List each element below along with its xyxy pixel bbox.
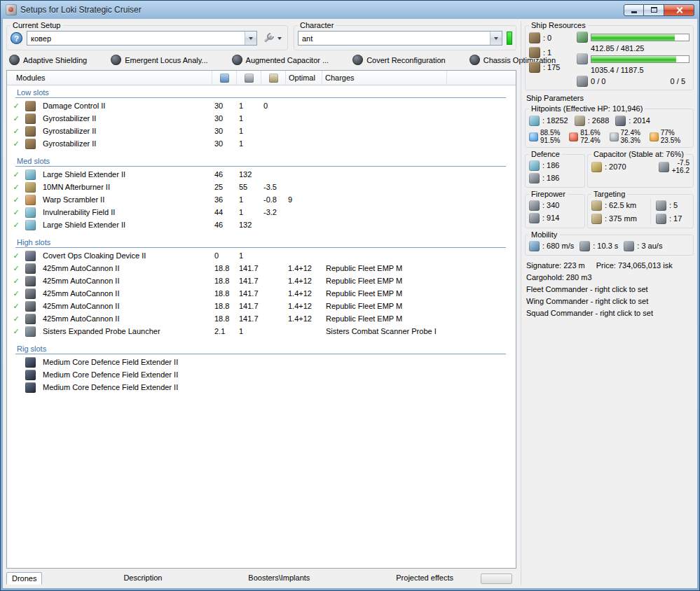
module-row[interactable]: ✓ Large Shield Extender II 46 132 (7, 168, 516, 181)
module-cpu: 46 (212, 221, 236, 229)
shield-hp-value: : 18252 (542, 116, 568, 125)
current-setup-label: Current Setup (11, 21, 62, 29)
damage-type-icon (569, 132, 578, 141)
signature-value: Signature: 223 m (526, 260, 585, 272)
firepower-group: Firepower : 340 : 914 (525, 190, 585, 228)
section-header: Rig slots (15, 344, 506, 354)
subsystem-label: Augmented Capacitor ... (246, 56, 329, 64)
fitted-check-icon: ✓ (7, 127, 25, 136)
module-row[interactable]: ✓ 425mm AutoCannon II 18.8 141.7 1.4+12 … (7, 312, 516, 325)
bottom-tab-label: Description (123, 573, 162, 582)
tools-chevron-down-icon[interactable] (277, 37, 282, 42)
warp-speed: : 3 au/s (624, 239, 662, 252)
module-row[interactable]: ✓ Warp Scrambler II 36 1 -0.8 9 (7, 193, 516, 206)
turret-hardpoints-value: : 0 (543, 34, 551, 42)
capacitor-icon (269, 74, 278, 83)
squad-commander[interactable]: Squad Commander - right click to set (526, 307, 694, 319)
module-optimal: 9 (285, 195, 322, 204)
targeting-group: Targeting : 62.5 km : 5 : 375 mm : 17 (587, 190, 694, 228)
module-row[interactable]: ✓ 425mm AutoCannon II 18.8 141.7 1.4+12 … (7, 274, 516, 287)
capacitor-group: Capacitor (Stable at: 76%) : 2070 -7.5+1… (587, 150, 694, 188)
module-powergrid: 141.7 (236, 264, 261, 272)
module-icon (25, 220, 36, 230)
module-row[interactable]: ✓ 425mm AutoCannon II 18.8 141.7 1.4+12 … (7, 262, 516, 274)
bottom-tab[interactable]: Boosters\Implants (243, 572, 315, 585)
armor-resist-value: 36.3% (621, 137, 640, 144)
module-section-rig: Rig slots Medium Core Defence Field Exte… (7, 344, 516, 394)
close-button[interactable] (664, 4, 694, 16)
maximize-icon (651, 7, 657, 13)
cpu-usage-text: 412.85 / 481.25 (577, 43, 689, 53)
maximize-button[interactable] (644, 4, 664, 16)
module-optimal: 1.4+12 (285, 314, 322, 323)
module-charge: Republic Fleet EMP M (322, 289, 516, 298)
module-icon (25, 263, 36, 274)
module-powergrid: 132 (236, 170, 261, 179)
bottom-tab[interactable]: Projected effects (391, 572, 458, 585)
module-cpu: 18.8 (212, 277, 236, 285)
setup-combobox-dropdown[interactable] (245, 32, 256, 45)
shield-resist-value: 81.6% (580, 129, 600, 137)
module-row[interactable]: ✓ Sisters Expanded Probe Launcher 2.1 1 … (7, 325, 516, 338)
module-row[interactable]: ✓ Large Shield Extender II 46 132 (7, 218, 516, 231)
module-icon (25, 276, 36, 286)
powergrid-progress-bar (591, 55, 689, 63)
chevron-down-icon (494, 37, 498, 42)
module-row[interactable]: Medium Core Defence Field Extender II (7, 368, 516, 381)
max-targets: : 5 (650, 199, 689, 211)
module-powergrid: 1 (236, 208, 261, 216)
module-row[interactable]: ✓ 425mm AutoCannon II 18.8 141.7 1.4+12 … (7, 287, 516, 300)
character-combobox[interactable]: ant (298, 31, 502, 46)
help-button[interactable]: ? (11, 32, 22, 44)
bottom-tab-label: Drones (12, 574, 36, 583)
module-row[interactable]: Medium Core Defence Field Extender II (7, 356, 516, 368)
module-row[interactable]: ✓ Invulnerability Field II 44 1 -3.2 (7, 206, 516, 218)
module-row[interactable]: ✓ Damage Control II 30 1 0 (7, 99, 516, 112)
ship-info: Signature: 223 m Price: 734,065,013 isk … (525, 258, 694, 319)
module-row[interactable]: ✓ Gyrostabilizer II 30 1 (7, 125, 516, 137)
bottom-tab[interactable]: Description (118, 572, 167, 585)
module-name: Warp Scrambler II (39, 195, 212, 204)
scan-resolution: : 375 mm (591, 212, 650, 225)
subsystem-item[interactable]: Emergent Locus Analy... (111, 55, 207, 65)
minimize-button[interactable] (624, 4, 644, 16)
module-row[interactable]: ✓ Gyrostabilizer II 30 1 (7, 137, 516, 150)
character-combobox-dropdown[interactable] (490, 32, 502, 45)
defence-icon (529, 173, 540, 183)
titlebar[interactable]: Setups for Loki Strategic Cruiser (3, 1, 697, 19)
subsystem-item[interactable]: Augmented Capacitor ... (232, 55, 329, 65)
setup-combobox[interactable]: ковер (27, 31, 257, 46)
module-row[interactable]: ✓ Gyrostabilizer II 30 1 (7, 112, 516, 125)
module-cap: -0.8 (261, 195, 285, 204)
module-icon (25, 113, 36, 124)
fitted-check-icon: ✓ (7, 102, 25, 111)
turret-hardpoints: : 0 (529, 32, 574, 44)
module-name: Covert Ops Cloaking Device II (39, 251, 212, 260)
cap-recharge-icon (659, 162, 669, 172)
bottom-tab[interactable]: Drones (6, 572, 42, 585)
module-optimal: 1.4+12 (285, 289, 322, 298)
dps: : 340 (529, 199, 581, 211)
module-row[interactable]: ✓ 425mm AutoCannon II 18.8 141.7 1.4+12 … (7, 300, 516, 312)
fitted-check-icon: ✓ (7, 183, 25, 192)
module-name: Gyrostabilizer II (39, 139, 212, 148)
fleet-commander[interactable]: Fleet Commander - right click to set (526, 284, 694, 296)
subsystem-item[interactable]: Covert Reconfiguration (352, 55, 446, 65)
fitting-tools-button[interactable] (261, 33, 284, 43)
section-title: Low slots (17, 88, 49, 97)
module-icon (25, 382, 36, 393)
armor-hp-icon (575, 116, 585, 126)
armor-resist-value: 23.5% (661, 137, 680, 144)
module-row[interactable]: Medium Core Defence Field Extender II (7, 381, 516, 394)
module-charge: Republic Fleet EMP M (322, 264, 516, 272)
shield-resist-value: 88.5% (540, 129, 560, 137)
price-value: Price: 734,065,013 isk (596, 260, 673, 272)
character-group: Character ant (294, 21, 516, 50)
capacitor-amount-value: : 2070 (605, 162, 626, 171)
wing-commander[interactable]: Wing Commander - right click to set (526, 296, 694, 307)
targeting-range: : 62.5 km (591, 199, 650, 211)
module-row[interactable]: ✓ Covert Ops Cloaking Device II 0 1 (7, 249, 516, 262)
hitpoints-group: Hitpoints (Effective HP: 101,946) : 1825… (525, 104, 694, 148)
module-row[interactable]: ✓ 10MN Afterburner II 25 55 -3.5 (7, 181, 516, 193)
subsystem-item[interactable]: Adaptive Shielding (9, 55, 87, 65)
